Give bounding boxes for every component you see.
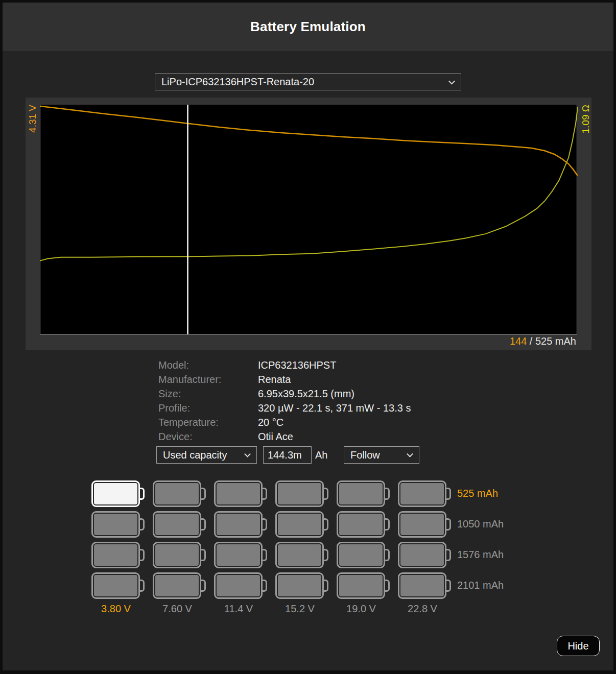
battery-cell-1576mAh-22.8V[interactable] (398, 542, 446, 568)
voltage-col-label: 7.60 V (147, 603, 208, 615)
battery-cell-1576mAh-7.60V[interactable] (153, 542, 201, 568)
caption-separator: / (527, 335, 535, 347)
info-value: Otii Ace (258, 429, 293, 444)
battery-fill (217, 544, 260, 566)
battery-fill (94, 483, 137, 504)
battery-cell-1576mAh-15.2V[interactable] (275, 542, 324, 568)
battery-terminal (200, 518, 206, 531)
battery-fill (94, 514, 137, 535)
voltage-curve (40, 106, 578, 176)
battery-cell-2101mAh-3.80V[interactable] (91, 572, 140, 599)
battery-terminal (138, 518, 145, 531)
battery-terminal (322, 580, 328, 592)
page-title: Battery Emulation (3, 3, 613, 51)
battery-terminal (138, 488, 145, 500)
info-row-manufacturer: Manufacturer: Renata (158, 372, 411, 387)
battery-fill (278, 483, 321, 504)
battery-terminal (445, 518, 451, 531)
capacity-mode-select[interactable]: Used capacity (156, 446, 257, 464)
battery-terminal (138, 549, 145, 561)
battery-cell-2101mAh-11.4V[interactable] (214, 572, 263, 599)
battery-terminal (322, 488, 328, 500)
battery-cell-525mAh-19.0V[interactable] (337, 480, 385, 507)
voltage-col-label: 22.8 V (392, 603, 453, 615)
info-value: Renata (258, 372, 291, 387)
battery-terminal (138, 580, 145, 592)
battery-fill (339, 544, 383, 566)
info-label: Size: (158, 387, 258, 401)
battery-cell-1050mAh-15.2V[interactable] (275, 511, 324, 538)
battery-cell-2101mAh-19.0V[interactable] (337, 572, 385, 599)
battery-fill (217, 575, 260, 596)
battery-fill (94, 575, 137, 596)
battery-cell-525mAh-11.4V[interactable] (214, 480, 263, 507)
hide-button[interactable]: Hide (557, 636, 600, 656)
battery-model-select[interactable]: LiPo-ICP632136HPST-Renata-20 (155, 74, 461, 90)
battery-terminal (200, 488, 206, 500)
capacity-row-label: 525 mAh (457, 480, 498, 507)
battery-cell-525mAh-15.2V[interactable] (275, 480, 324, 507)
battery-fill (400, 483, 444, 504)
battery-cell-525mAh-22.8V[interactable] (398, 480, 446, 507)
battery-cell-1576mAh-19.0V[interactable] (337, 542, 385, 568)
info-row-device: Device: Otii Ace (158, 429, 411, 444)
resistance-curve (40, 107, 578, 261)
info-label: Temperature: (158, 415, 258, 429)
battery-fill (278, 544, 321, 566)
voltage-col-label: 11.4 V (208, 603, 269, 615)
battery-fill (217, 483, 260, 504)
info-value: ICP632136HPST (258, 358, 336, 372)
follow-mode-select[interactable]: Follow (344, 446, 419, 464)
battery-cell-1050mAh-19.0V[interactable] (337, 511, 385, 538)
battery-terminal (445, 488, 451, 500)
battery-fill (217, 514, 260, 535)
plot-area[interactable] (40, 105, 577, 334)
battery-terminal (322, 549, 328, 561)
battery-emulation-window: Battery Emulation LiPo-ICP632136HPST-Ren… (3, 3, 613, 670)
info-value: 20 °C (258, 415, 283, 429)
voltage-axis-max-label: 4.31 V (27, 105, 38, 133)
battery-cell-525mAh-3.80V[interactable] (91, 480, 140, 507)
voltage-col-label: 19.0 V (330, 603, 392, 615)
capacity-row-label: 1576 mAh (457, 542, 504, 568)
info-row-model: Model: ICP632136HPST (158, 358, 411, 372)
info-value: 320 µW - 22.1 s, 371 mW - 13.3 s (258, 401, 411, 415)
header-bar: Battery Emulation (3, 3, 613, 51)
battery-chart-svg (40, 105, 578, 334)
discharge-chart-panel: 4.31 V 1.09 Ω 144 / 525 mAh (26, 98, 591, 350)
info-label: Manufacturer: (158, 372, 258, 387)
battery-cell-1050mAh-7.60V[interactable] (153, 511, 201, 538)
resistance-axis-max-label: 1.09 Ω (580, 105, 591, 133)
battery-cell-2101mAh-15.2V[interactable] (275, 572, 324, 599)
battery-terminal (200, 580, 206, 592)
battery-cell-1576mAh-3.80V[interactable] (91, 542, 140, 568)
chevron-down-icon (244, 451, 251, 458)
battery-terminal (261, 580, 267, 592)
battery-terminal (445, 549, 451, 561)
battery-fill (400, 514, 444, 535)
battery-cell-1050mAh-22.8V[interactable] (398, 511, 446, 538)
info-value: 6.95x39.5x21.5 (mm) (258, 387, 354, 401)
chevron-down-icon (407, 451, 413, 458)
battery-cell-525mAh-7.60V[interactable] (153, 480, 201, 507)
follow-mode-select-value: Follow (350, 449, 380, 461)
battery-terminal (261, 549, 267, 561)
battery-cell-1050mAh-3.80V[interactable] (91, 511, 140, 538)
battery-info-panel: Model: ICP632136HPST Manufacturer: Renat… (158, 358, 411, 444)
battery-terminal (261, 518, 267, 531)
battery-cell-1050mAh-11.4V[interactable] (214, 511, 263, 538)
battery-fill (155, 483, 199, 504)
capacity-unit-label: Ah (315, 446, 327, 464)
battery-terminal (384, 518, 390, 531)
battery-fill (278, 514, 321, 535)
battery-fill (339, 575, 383, 596)
used-capacity-input[interactable] (263, 446, 312, 464)
battery-cell-2101mAh-22.8V[interactable] (398, 572, 446, 599)
battery-terminal (322, 518, 328, 531)
info-label: Model: (158, 358, 258, 372)
battery-cell-2101mAh-7.60V[interactable] (153, 572, 201, 599)
battery-cell-1576mAh-11.4V[interactable] (214, 542, 263, 568)
battery-fill (155, 575, 199, 596)
battery-terminal (384, 549, 390, 561)
battery-terminal (445, 580, 451, 592)
